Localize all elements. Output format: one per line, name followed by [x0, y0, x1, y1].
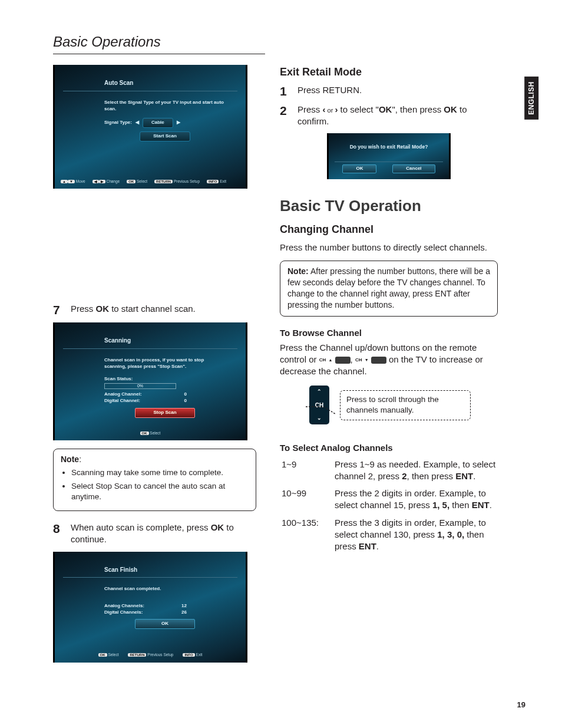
- page-number: 19: [517, 700, 525, 710]
- scan-status-label: Scan Status:: [104, 376, 226, 383]
- desc-cell: Press the 2 digits in order. Example, to…: [334, 487, 497, 515]
- stop-scan-button: Stop Scan: [135, 408, 195, 418]
- note-list: Scanning may take some time to complete.…: [61, 467, 249, 502]
- basic-tv-heading: Basic TV Operation: [280, 196, 498, 216]
- left-arrow-icon: ◀: [135, 120, 139, 126]
- footer-select: Select: [137, 179, 147, 183]
- exit-ok-button: OK: [342, 164, 376, 173]
- tv-screen-scanning: Scanning Channel scan in process, if you…: [53, 322, 247, 440]
- footer-ok-key: OK: [140, 431, 149, 435]
- note-item: Select Stop Scan to cancel the auto scan…: [71, 481, 249, 502]
- right-arrow-icon: ▶: [177, 120, 180, 126]
- callout-leader-line: [306, 402, 341, 416]
- channel-widget: ⌃ CH ⌄ Press to scroll through the chann…: [309, 386, 498, 424]
- note-item: Scanning may take some time to complete.: [71, 467, 249, 478]
- tv-button-icon: [371, 357, 386, 364]
- tv-screen-autoscan: Auto Scan Select the Signal Type of your…: [53, 65, 247, 189]
- footer-return-key: RETURN: [128, 653, 146, 657]
- footer-ok-key: OK: [98, 653, 107, 657]
- step-8-text: When auto scan is complete, press OK to …: [71, 522, 256, 546]
- tv-instruction: Select the Signal Type of your TV input …: [104, 100, 226, 113]
- exit-step-1: 1 Press RETURN.: [280, 84, 498, 98]
- footer-exit: Exit: [220, 179, 226, 183]
- tv-instruction: Channel scan in process, if you want to …: [104, 357, 226, 370]
- footer-move: Move: [76, 179, 85, 183]
- finish-msg: Channel scan completed.: [104, 586, 226, 592]
- range-cell: 1~9: [281, 458, 333, 486]
- footer-select: Select: [150, 431, 160, 435]
- page-header: Basic Operations: [53, 32, 265, 54]
- tv-footer: OK Select: [55, 426, 246, 437]
- progress-percent: 0%: [137, 383, 143, 388]
- analog-row: Analog Channel:0: [104, 391, 187, 398]
- footer-ok-key: OK: [127, 180, 135, 183]
- start-scan-button: Start Scan: [140, 131, 190, 141]
- callout-box: Press to scroll through the channels man…: [340, 390, 471, 420]
- footer-return-key: RETURN: [154, 180, 173, 183]
- step-number: 8: [53, 522, 65, 546]
- table-row: 100~135: Press the 3 digits in order, Ex…: [281, 516, 497, 556]
- signal-type-label: Signal Type:: [104, 120, 132, 126]
- table-row: 1~9 Press 1~9 as needed. Example, to sel…: [281, 458, 497, 486]
- digital-row: Digital Channels:26: [104, 610, 187, 616]
- signal-type-row: Signal Type: ◀ Cable ▶: [104, 118, 226, 128]
- step-number: 1: [280, 84, 292, 98]
- step-7: 7 Press OK to start channel scan.: [53, 303, 256, 317]
- browse-channel-text: Press the Channel up/down buttons on the…: [280, 342, 498, 378]
- analog-heading: To Select Analog Channels: [280, 442, 498, 454]
- browse-channel-heading: To Browse Channel: [280, 327, 498, 339]
- ch-label: CH: [319, 357, 326, 363]
- note-text: After pressing the number buttons, there…: [287, 266, 490, 309]
- footer-change: Change: [106, 179, 120, 183]
- desc-cell: Press 1~9 as needed. Example, to select …: [334, 458, 497, 486]
- right-column: Exit Retail Mode 1 Press RETURN. 2 Press…: [280, 65, 498, 670]
- manual-page: Basic Operations ENGLISH Auto Scan Selec…: [0, 0, 562, 728]
- language-tab: ENGLISH: [524, 77, 538, 120]
- step-8: 8 When auto scan is complete, press OK t…: [53, 522, 256, 546]
- exit-step-2: 2 Press ‹ or › to select "OK", then pres…: [280, 104, 498, 128]
- exit-question: Do you wish to exit Retail Mode?: [335, 144, 443, 150]
- footer-info-key: INFO: [183, 653, 194, 657]
- tv-footer: ▲▼ Move ◀▶ Change OK Select RETURN Previ…: [61, 174, 240, 186]
- analog-row: Analog Channels:12: [104, 603, 187, 610]
- tv-screen-finish: Scan Finish Channel scan completed. Anal…: [53, 552, 247, 663]
- changing-channel-heading: Changing Channel: [280, 222, 498, 236]
- exit-retail-heading: Exit Retail Mode: [280, 65, 498, 79]
- note-title: Note: [61, 454, 79, 464]
- table-row: 10~99 Press the 2 digits in order. Examp…: [281, 487, 497, 515]
- desc-cell: Press the 3 digits in order, Example, to…: [334, 516, 497, 556]
- left-column: Auto Scan Select the Signal Type of your…: [53, 65, 256, 670]
- finish-ok-button: OK: [135, 619, 195, 629]
- ch-label: CH: [355, 357, 362, 363]
- tv-footer: OK Select RETURN Previous Setup INFO Exi…: [55, 648, 246, 659]
- range-cell: 100~135:: [281, 516, 333, 556]
- tv-title: Auto Scan: [63, 72, 237, 91]
- tv-button-icon: [335, 357, 351, 364]
- chevron-down-icon: ⌄: [317, 416, 322, 421]
- digital-row: Digital Channel:0: [104, 398, 187, 404]
- chevron-up-icon: ⌃: [317, 389, 322, 394]
- changing-channel-text: Press the number buttons to directly sel…: [280, 242, 498, 253]
- tv-title: Scanning: [63, 330, 237, 349]
- step-number: 2: [280, 104, 292, 128]
- tv-screen-exit-retail: Do you wish to exit Retail Mode? OK Canc…: [327, 133, 451, 179]
- note-title: Note:: [287, 266, 309, 276]
- range-cell: 10~99: [281, 487, 333, 515]
- footer-prev: Previous Setup: [147, 653, 173, 657]
- footer-info-key: INFO: [207, 180, 219, 183]
- note-box-scan: Note: Scanning may take some time to com…: [53, 449, 256, 511]
- footer-select: Select: [108, 653, 118, 657]
- down-arrow-icon: ▼: [365, 358, 369, 362]
- up-arrow-icon: ▲: [328, 358, 332, 362]
- exit-cancel-button: Cancel: [392, 164, 435, 173]
- step-number: 7: [53, 303, 65, 317]
- progress-bar: 0%: [104, 383, 176, 389]
- analog-channel-table: 1~9 Press 1~9 as needed. Example, to sel…: [280, 457, 498, 558]
- footer-prev: Previous Setup: [174, 179, 200, 183]
- exit-step-2-text: Press ‹ or › to select "OK", then press …: [297, 104, 498, 128]
- footer-exit: Exit: [196, 653, 203, 657]
- exit-step-1-text: Press RETURN.: [297, 84, 362, 98]
- note-box-channel: Note: After pressing the number buttons,…: [280, 261, 498, 317]
- signal-type-value: Cable: [143, 118, 173, 128]
- tv-title: Scan Finish: [63, 559, 237, 578]
